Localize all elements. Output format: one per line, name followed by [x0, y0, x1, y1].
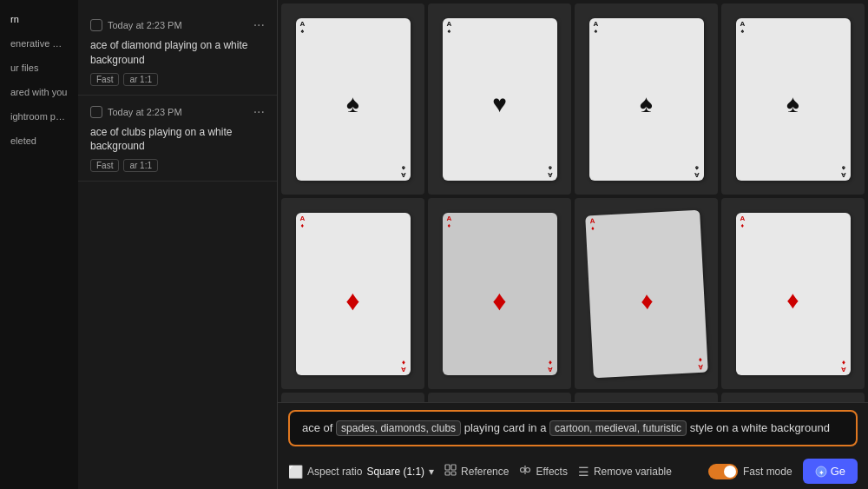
playing-card: A♠ ♠ A♠: [589, 18, 704, 181]
prompt-item-diamond: Today at 2:23 PM ··· ace of diamond play…: [78, 9, 277, 96]
prompt-checkbox-2[interactable]: [90, 106, 102, 118]
svg-rect-1: [451, 465, 456, 470]
image-cell-diamond-3[interactable]: A♦ ♦ A♦: [575, 198, 718, 389]
generate-icon: ✦: [815, 466, 827, 478]
svg-rect-2: [445, 472, 450, 475]
sidebar-item-shared[interactable]: ared with you: [0, 80, 78, 104]
image-cell-club-1[interactable]: A♣ ♣ A♣: [281, 393, 424, 402]
tag-ar-2: ar 1:1: [123, 159, 158, 172]
aspect-ratio-icon: ⬜: [288, 465, 303, 479]
image-cell[interactable]: A♠ ♠ A♠: [281, 3, 424, 195]
prompt-var2[interactable]: cartoon, medieval, futuristic: [549, 420, 687, 436]
image-cell-diamond-4[interactable]: A♦ ♦ A♦: [721, 198, 865, 389]
svg-rect-0: [445, 465, 450, 470]
content-area: A♠ ♠ A♠ A♠ ♥ A♠ A♠ ♠ A♠: [278, 0, 868, 489]
playing-card: A♠ ♠ A♠: [736, 18, 851, 181]
image-grid-container[interactable]: A♠ ♠ A♠ A♠ ♥ A♠ A♠ ♠ A♠: [278, 0, 868, 402]
svg-point-5: [526, 468, 530, 472]
image-cell[interactable]: A♠ ♥ A♠: [428, 3, 571, 195]
image-cell-club-4[interactable]: A♣ ♣ A♣: [721, 393, 865, 402]
aspect-ratio-selector[interactable]: ⬜ Aspect ratio Square (1:1) ▾: [288, 465, 434, 479]
prompt-more-1[interactable]: ···: [253, 17, 265, 33]
reference-button[interactable]: Reference: [444, 464, 509, 479]
sidebar-item-files[interactable]: ur files: [0, 56, 78, 80]
toolbar: ⬜ Aspect ratio Square (1:1) ▾ Reference: [278, 453, 868, 489]
sidebar-item-create[interactable]: rn: [0, 7, 78, 31]
image-cell-diamond-2[interactable]: A♦ ♦ A♦: [428, 198, 571, 389]
prompt-more-2[interactable]: ···: [253, 104, 265, 120]
playing-card-diamond-3: A♦ ♦ A♦: [585, 209, 708, 378]
prompt-item-clubs: Today at 2:23 PM ··· ace of clubs playin…: [78, 96, 277, 182]
sidebar-item-lightroom[interactable]: ightroom photos: [0, 104, 78, 129]
effects-button[interactable]: Effects: [519, 464, 567, 479]
prompt-timestamp-1: Today at 2:23 PM: [90, 19, 182, 31]
playing-card-diamond-2: A♦ ♦ A♦: [443, 213, 557, 375]
generate-label: Ge: [831, 465, 845, 478]
image-grid: A♠ ♠ A♠ A♠ ♥ A♠ A♠ ♠ A♠: [281, 3, 865, 402]
playing-card: A♠ ♠ A♠: [296, 18, 411, 181]
tag-fast-1: Fast: [90, 73, 119, 86]
left-panel: Today at 2:23 PM ··· ace of diamond play…: [78, 0, 278, 489]
remove-variable-icon: ☰: [578, 465, 589, 479]
image-cell-diamond-1[interactable]: A♦ ♦ A♦: [281, 198, 424, 389]
reference-icon: [444, 464, 457, 479]
prompt-bar[interactable]: ace of spades, diamonds, clubs playing c…: [288, 410, 858, 446]
prompt-text-2: ace of clubs playing on a white backgrou…: [90, 125, 265, 155]
toggle-knob: [724, 466, 736, 478]
prompt-text-1: ace of diamond playing on a white backgr…: [90, 38, 265, 68]
image-cell-club-2[interactable]: A♣ ♣ A♣: [428, 393, 571, 402]
remove-variable-label: Remove variable: [594, 466, 672, 478]
prompt-prefix: ace of: [302, 421, 332, 434]
sidebar: rn enerative works ur files ared with yo…: [0, 0, 78, 489]
effects-icon: [519, 464, 531, 479]
sidebar-item-generative[interactable]: enerative works: [0, 31, 78, 56]
tag-ar-1: ar 1:1: [123, 73, 158, 86]
playing-card: A♠ ♥ A♠: [443, 18, 557, 181]
image-cell[interactable]: A♠ ♠ A♠: [575, 3, 718, 195]
prompt-middle: playing card in a: [464, 421, 549, 434]
prompt-var1[interactable]: spades, diamonds, clubs: [336, 420, 461, 436]
playing-card-diamond: A♦ ♦ A♦: [296, 213, 411, 375]
sidebar-item-deleted[interactable]: eleted: [0, 129, 78, 153]
prompt-tags-2: Fast ar 1:1: [90, 159, 265, 172]
reference-label: Reference: [461, 466, 509, 478]
svg-text:✦: ✦: [818, 469, 824, 477]
generate-button[interactable]: ✦ Ge: [803, 459, 858, 484]
prompt-checkbox-1[interactable]: [90, 19, 102, 31]
aspect-ratio-label: Aspect ratio: [307, 466, 362, 478]
prompt-suffix: style on a white background: [690, 421, 830, 434]
image-cell-club-3[interactable]: A♣ ♣ A♣: [575, 393, 718, 402]
remove-variable-button[interactable]: ☰ Remove variable: [578, 465, 672, 479]
chevron-down-icon: ▾: [429, 466, 434, 478]
prompt-tags-1: Fast ar 1:1: [90, 73, 265, 86]
bottom-area: ace of spades, diamonds, clubs playing c…: [278, 402, 868, 489]
aspect-ratio-value: Square (1:1): [366, 466, 424, 478]
fast-mode-label: Fast mode: [743, 466, 792, 478]
svg-point-4: [521, 468, 525, 472]
prompt-timestamp-2: Today at 2:23 PM: [90, 106, 182, 118]
toggle-track[interactable]: [708, 464, 738, 479]
image-cell[interactable]: A♠ ♠ A♠: [721, 3, 865, 195]
fast-mode-toggle[interactable]: Fast mode: [708, 464, 792, 479]
svg-rect-3: [451, 472, 456, 475]
effects-label: Effects: [536, 466, 567, 478]
playing-card-diamond-4: A♦ ♦ A♦: [736, 213, 851, 375]
tag-fast-2: Fast: [90, 159, 119, 172]
